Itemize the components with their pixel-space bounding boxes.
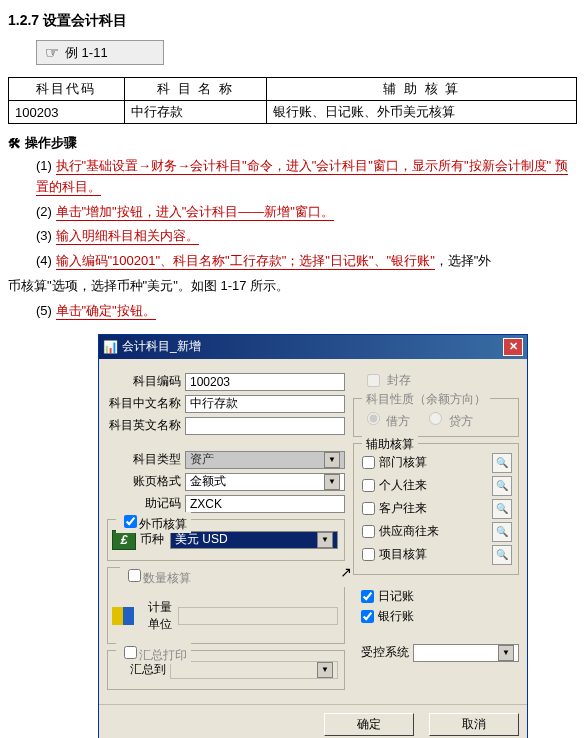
input-code[interactable] xyxy=(185,373,345,391)
dialog-button-row: 确定 取消 xyxy=(99,704,527,738)
app-icon: 📊 xyxy=(103,340,118,354)
label-project: 项目核算 xyxy=(379,546,427,563)
dialog-new-account: 📊 会计科目_新增 ✕ 科目编码 科目中文名称 科目英文名称 科目类型 资产▼ xyxy=(98,334,528,738)
label-bank: 银行账 xyxy=(378,608,414,625)
group-quantity: 数量核算 计量单位 xyxy=(107,567,345,644)
label-controlled: 受控系统 xyxy=(353,644,409,661)
select-currency[interactable]: 美元 USD▼ xyxy=(170,531,338,549)
step-2: (2) 单击"增加"按钮，进入"会计科目——新增"窗口。 xyxy=(36,202,577,223)
hand-icon: ☞ xyxy=(45,43,59,62)
group-nature-label: 科目性质（余额方向） xyxy=(362,391,490,408)
label-cname: 科目中文名称 xyxy=(107,395,181,412)
step-text: ，选择"外 xyxy=(435,253,492,268)
label-unit: 计量单位 xyxy=(138,599,172,633)
search-icon[interactable]: 🔍 xyxy=(492,522,512,542)
label-currency: 币种 xyxy=(140,531,164,548)
chevron-down-icon: ▼ xyxy=(317,532,333,548)
label-ename: 科目英文名称 xyxy=(107,417,181,434)
step-text: 输入编码"100201"、科目名称"工行存款"；选择"日记账"、"银行账" xyxy=(56,253,435,270)
label-supplier: 供应商往来 xyxy=(379,523,439,540)
checkbox-customer[interactable] xyxy=(362,502,375,515)
label-customer: 客户往来 xyxy=(379,500,427,517)
chevron-down-icon: ▼ xyxy=(317,662,333,678)
checkbox-person[interactable] xyxy=(362,479,375,492)
step-text: 单击"确定"按钮。 xyxy=(56,303,156,320)
select-ledger[interactable]: 金额式▼ xyxy=(185,473,345,491)
label-summary-to: 汇总到 xyxy=(116,661,166,678)
step-4: (4) 输入编码"100201"、科目名称"工行存款"；选择"日记账"、"银行账… xyxy=(36,251,577,272)
radio-debit-row: 借方 xyxy=(362,409,410,430)
select-type-value: 资产 xyxy=(190,451,214,468)
checkbox-dept[interactable] xyxy=(362,456,375,469)
table-cell: 100203 xyxy=(9,101,125,124)
checkbox-bank[interactable] xyxy=(361,610,374,623)
search-icon[interactable]: 🔍 xyxy=(492,545,512,565)
subject-table: 科目代码 科 目 名 称 辅 助 核 算 100203 中行存款 银行账、日记账… xyxy=(8,77,577,124)
currency-icon: £ xyxy=(112,530,136,550)
step-num: (4) xyxy=(36,253,56,268)
label-debit: 借方 xyxy=(386,414,410,428)
table-header: 辅 助 核 算 xyxy=(267,78,577,101)
search-icon[interactable]: 🔍 xyxy=(492,476,512,496)
checkbox-journal[interactable] xyxy=(361,590,374,603)
step-5: (5) 单击"确定"按钮。 xyxy=(36,301,577,322)
input-cname[interactable] xyxy=(185,395,345,413)
step-text: 如图 1-17 所示。 xyxy=(191,278,289,293)
select-controlled[interactable]: ▼ xyxy=(413,644,519,662)
dialog-titlebar[interactable]: 📊 会计科目_新增 ✕ xyxy=(99,335,527,359)
label-ledger: 账页格式 xyxy=(107,473,181,490)
select-summary-to: ▼ xyxy=(170,661,338,679)
step-text: 输入明细科目相关内容。 xyxy=(56,228,199,245)
label-journal: 日记账 xyxy=(378,588,414,605)
dialog-title: 会计科目_新增 xyxy=(122,338,201,355)
ops-heading: 🛠 操作步骤 xyxy=(8,134,577,152)
select-ledger-value: 金额式 xyxy=(190,473,226,490)
step-text: 币核算"选项，选择币种"美元"。 xyxy=(8,278,191,293)
search-icon[interactable]: 🔍 xyxy=(492,499,512,519)
step-4-cont: 币核算"选项，选择币种"美元"。如图 1-17 所示。 xyxy=(8,276,577,297)
label-code: 科目编码 xyxy=(107,373,181,390)
close-button[interactable]: ✕ xyxy=(503,338,523,356)
group-currency: 外币核算 £ 币种 美元 USD▼ xyxy=(107,519,345,561)
step-text: 执行"基础设置→财务→会计科目"命令，进入"会计科目"窗口，显示所有"按新会计制… xyxy=(36,158,568,196)
quantity-icon xyxy=(112,607,134,625)
radio-credit-row: 贷方 xyxy=(424,409,472,430)
step-num: (1) xyxy=(36,158,56,173)
checkbox-quantity[interactable] xyxy=(128,569,141,582)
step-3: (3) 输入明细科目相关内容。 xyxy=(36,226,577,247)
tools-icon: 🛠 xyxy=(8,136,21,151)
label-dept: 部门核算 xyxy=(379,454,427,471)
example-box: ☞ 例 1-11 xyxy=(36,40,164,65)
cancel-button[interactable]: 取消 xyxy=(429,713,519,736)
table-header: 科 目 名 称 xyxy=(124,78,267,101)
checkbox-project[interactable] xyxy=(362,548,375,561)
label-type: 科目类型 xyxy=(107,451,181,468)
label-credit: 贷方 xyxy=(449,414,473,428)
step-1: (1) 执行"基础设置→财务→会计科目"命令，进入"会计科目"窗口，显示所有"按… xyxy=(36,156,577,198)
input-ename[interactable] xyxy=(185,417,345,435)
input-mnemo[interactable] xyxy=(185,495,345,513)
table-cell: 银行账、日记账、外币美元核算 xyxy=(267,101,577,124)
ok-button[interactable]: 确定 xyxy=(324,713,414,736)
group-quantity-label: 数量核算 xyxy=(143,571,191,585)
step-num: (5) xyxy=(36,303,56,318)
checkbox-supplier[interactable] xyxy=(362,525,375,538)
group-summary-print: 汇总打印 汇总到 ▼ xyxy=(107,650,345,690)
search-icon[interactable]: 🔍 xyxy=(492,453,512,473)
select-currency-value: 美元 USD xyxy=(175,531,228,548)
group-currency-label: 外币核算 xyxy=(139,517,187,531)
checkbox-summary-print[interactable] xyxy=(124,646,137,659)
select-type[interactable]: 资产▼ xyxy=(185,451,345,469)
group-aux-accounting: 辅助核算 部门核算🔍 个人往来🔍 客户往来🔍 供应商往来🔍 项目核算🔍 xyxy=(353,443,519,575)
group-account-nature: 科目性质（余额方向） 借方 贷方 xyxy=(353,398,519,437)
example-label: 例 1-11 xyxy=(65,44,108,62)
input-unit xyxy=(178,607,338,625)
section-title: 1.2.7 设置会计科目 xyxy=(8,12,577,30)
label-sealed: 封存 xyxy=(387,372,411,389)
checkbox-sealed xyxy=(367,374,380,387)
group-journals: 日记账 银行账 xyxy=(353,581,519,634)
checkbox-foreign-currency[interactable] xyxy=(124,515,137,528)
chevron-down-icon: ▼ xyxy=(324,474,340,490)
chevron-down-icon: ▼ xyxy=(324,452,340,468)
checkbox-sealed-row: 封存 xyxy=(363,371,519,390)
